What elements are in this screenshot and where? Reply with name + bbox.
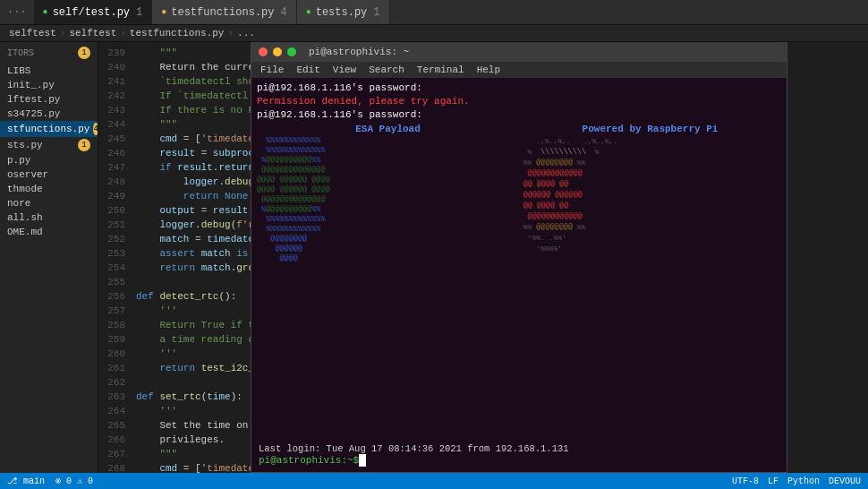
sidebar-item-label-libs: LIBS <box>7 65 30 76</box>
status-language[interactable]: Python <box>787 476 820 486</box>
tab-testfunctions[interactable]: ● testfunctions.py 4 <box>152 0 296 24</box>
sidebar-badge: 1 <box>78 47 90 59</box>
sidebar-header: ITORS 1 <box>0 42 98 64</box>
breadcrumb-part3[interactable]: testfunctions.py <box>130 28 225 39</box>
sidebar-item-nore[interactable]: nore <box>0 196 98 210</box>
terminal-prompt-line[interactable]: pi@astrophivis:~$ <box>259 454 779 467</box>
status-right: UTF-8 LF Python DEVOUU <box>732 476 861 486</box>
line-numbers: 239240241242243 244245246247248 24925025… <box>98 42 132 473</box>
sidebar-item-allsh[interactable]: all.sh <box>0 210 98 225</box>
breadcrumb-part4: ... <box>237 28 255 39</box>
breadcrumb: selftest › selftest › testfunctions.py ›… <box>0 25 868 42</box>
sidebar-item-label-oserver: oserver <box>7 169 48 180</box>
sidebar-item-thmode[interactable]: thmode <box>0 182 98 196</box>
terminal-menu-terminal[interactable]: Terminal <box>412 63 470 77</box>
terminal-menu-file[interactable]: File <box>255 63 289 77</box>
status-bar: ⎇ main ⊗ 0 ⚠ 0 UTF-8 LF Python DEVOUU <box>0 473 868 489</box>
sidebar-item-init[interactable]: init_.py <box>0 78 98 92</box>
tab-index-testfunctions: 4 <box>280 6 286 19</box>
tab-index-self-test: 1 <box>136 6 142 19</box>
sidebar: ITORS 1 LIBS init_.py lftest.py s34725.p… <box>0 42 98 473</box>
sidebar-item-oserver[interactable]: oserver <box>0 167 98 182</box>
tab-bar-dots: ··· <box>0 0 34 24</box>
sidebar-item-label-init: init_.py <box>7 80 55 90</box>
tab-self-test[interactable]: ● self/test.py 1 <box>34 0 153 24</box>
terminal-close-button[interactable] <box>259 47 268 56</box>
tab-icon-tests: ● <box>306 7 311 17</box>
status-extra: DEVOUU <box>829 476 861 486</box>
sidebar-item-label-lftest: lftest.py <box>7 94 60 105</box>
ascii-left-panel: ESA Payload %%%%%%%%%%%% %%%%%%%%%%%%% %… <box>257 122 519 440</box>
terminal-menu-view[interactable]: View <box>328 63 362 77</box>
terminal-cursor <box>359 454 366 467</box>
sidebar-item-p[interactable]: p.py <box>0 153 98 167</box>
sidebar-item-sts[interactable]: sts.py 1 <box>0 137 98 153</box>
tab-index-tests: 1 <box>373 6 379 19</box>
terminal-maximize-button[interactable] <box>287 47 296 56</box>
sidebar-badge-sts: 1 <box>78 139 90 151</box>
status-errors: ⊗ 0 ⚠ 0 <box>55 476 93 486</box>
terminal-menu-edit[interactable]: Edit <box>291 63 325 77</box>
ascii-title-esa: ESA Payload <box>257 122 519 136</box>
sidebar-item-label-s34725: s34725.py <box>7 108 60 119</box>
ascii-art-section: ESA Payload %%%%%%%%%%%% %%%%%%%%%%%%% %… <box>257 122 781 440</box>
terminal-title: pi@astrophivis: ~ <box>309 47 409 57</box>
sidebar-item-label-thmode: thmode <box>7 184 43 194</box>
sidebar-item-libs[interactable]: LIBS <box>0 64 98 78</box>
breadcrumb-part1[interactable]: selftest <box>9 28 56 39</box>
terminal-minimize-button[interactable] <box>273 47 282 56</box>
terminal-bottom: Last login: Tue Aug 17 08:14:36 2021 fro… <box>257 440 781 468</box>
terminal-password-prompt1: pi@192.168.1.116's password: <box>257 82 781 95</box>
tab-label-testfunctions: testfunctions.py <box>171 6 274 19</box>
terminal-body: pi@192.168.1.116's password: Permission … <box>251 78 787 472</box>
tab-icon-self-test: ● <box>43 7 48 17</box>
terminal-permission-denied: Permission denied, please try again. <box>257 95 781 108</box>
terminal-last-login: Last login: Tue Aug 17 08:14:36 2021 fro… <box>259 443 779 454</box>
status-branch[interactable]: ⎇ main <box>7 476 45 486</box>
sidebar-item-label-homemd: OME.md <box>7 227 43 237</box>
sidebar-item-testfunctions[interactable]: stfunctions.py 4 <box>0 121 98 137</box>
sidebar-badge-testfunctions: 4 <box>93 123 98 135</box>
terminal-menu-search[interactable]: Search <box>363 63 410 77</box>
sidebar-item-homemd[interactable]: OME.md <box>0 225 98 239</box>
tab-bar: ··· ● self/test.py 1 ● testfunctions.py … <box>0 0 868 25</box>
ascii-title-pi: Powered by Raspberry Pi <box>519 122 781 136</box>
breadcrumb-part2[interactable]: selftest <box>69 28 116 39</box>
sidebar-item-s34725[interactable]: s34725.py <box>0 107 98 121</box>
terminal-menu-help[interactable]: Help <box>472 63 506 77</box>
sidebar-item-label-nore: nore <box>7 198 30 209</box>
terminal-password-prompt2: pi@192.168.1.116's password: <box>257 108 781 122</box>
tab-icon-testfunctions: ● <box>161 7 166 17</box>
tab-tests[interactable]: ● tests.py 1 <box>297 0 390 24</box>
tab-label-tests: tests.py <box>316 6 368 19</box>
status-line-ending[interactable]: LF <box>768 476 779 486</box>
sidebar-title: ITORS <box>7 48 34 58</box>
status-encoding[interactable]: UTF-8 <box>732 476 759 486</box>
tab-label-self-test: self/test.py <box>53 6 130 19</box>
sidebar-item-label-sts: sts.py <box>7 140 43 150</box>
terminal-window: pi@astrophivis: ~ File Edit View Search … <box>251 42 787 473</box>
terminal-titlebar: pi@astrophivis: ~ <box>251 42 787 62</box>
sidebar-item-label-p: p.py <box>7 155 30 166</box>
terminal-prompt: pi@astrophivis:~$ <box>259 455 359 466</box>
main-content: ITORS 1 LIBS init_.py lftest.py s34725.p… <box>0 42 868 473</box>
sidebar-item-label-testfunctions: stfunctions.py <box>7 124 89 134</box>
sidebar-item-label-allsh: all.sh <box>7 212 43 223</box>
terminal-menubar: File Edit View Search Terminal Help <box>251 62 787 78</box>
ascii-art-left: %%%%%%%%%%%% %%%%%%%%%%%%% %@@@@@@@@@@%%… <box>257 136 519 440</box>
ascii-right-panel: Powered by Raspberry Pi .,%.,%,. .,%.,%,… <box>519 122 781 440</box>
ascii-art-right: .,%.,%,. .,%.,%,. % \\\\\\\\\\ % %% @@@@… <box>519 136 781 440</box>
sidebar-item-lftest[interactable]: lftest.py <box>0 92 98 107</box>
